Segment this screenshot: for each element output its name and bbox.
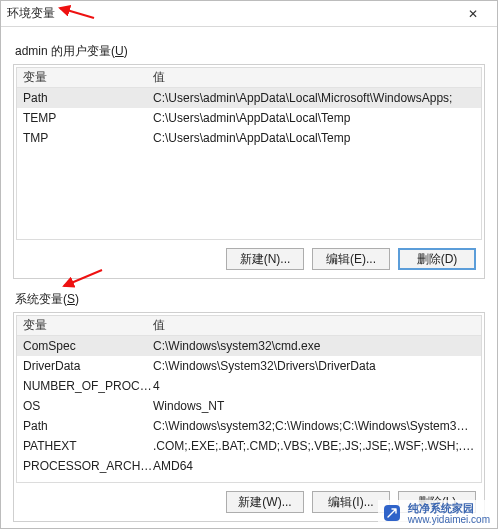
col-value-header: 值: [153, 317, 475, 334]
watermark: 纯净系统家园 www.yidaimei.com: [378, 500, 494, 527]
table-row[interactable]: TMP C:\Users\admin\AppData\Local\Temp: [17, 128, 481, 148]
table-header: 变量 值: [17, 316, 481, 336]
col-name-header: 变量: [23, 317, 153, 334]
system-vars-label: 系统变量(S): [15, 291, 485, 308]
close-button[interactable]: ✕: [455, 4, 491, 24]
col-value-header: 值: [153, 69, 475, 86]
watermark-logo-icon: [382, 503, 402, 523]
system-vars-group: 变量 值 ComSpec C:\Windows\system32\cmd.exe…: [13, 312, 485, 522]
table-row[interactable]: PROCESSOR_ARCHITECT... AMD64: [17, 456, 481, 476]
table-header: 变量 值: [17, 68, 481, 88]
watermark-url: www.yidaimei.com: [408, 514, 490, 525]
user-vars-table[interactable]: 变量 值 Path C:\Users\admin\AppData\Local\M…: [16, 67, 482, 240]
col-name-header: 变量: [23, 69, 153, 86]
new-user-var-button[interactable]: 新建(N)...: [226, 248, 304, 270]
system-vars-table[interactable]: 变量 值 ComSpec C:\Windows\system32\cmd.exe…: [16, 315, 482, 483]
table-row[interactable]: TEMP C:\Users\admin\AppData\Local\Temp: [17, 108, 481, 128]
table-row[interactable]: ComSpec C:\Windows\system32\cmd.exe: [17, 336, 481, 356]
new-sys-var-button[interactable]: 新建(W)...: [226, 491, 304, 513]
user-vars-label: admin 的用户变量(U): [15, 43, 485, 60]
delete-user-var-button[interactable]: 删除(D): [398, 248, 476, 270]
table-row[interactable]: NUMBER_OF_PROCESSORS 4: [17, 376, 481, 396]
table-row[interactable]: OS Windows_NT: [17, 396, 481, 416]
table-row[interactable]: DriverData C:\Windows\System32\Drivers\D…: [17, 356, 481, 376]
user-vars-buttons: 新建(N)... 编辑(E)... 删除(D): [16, 240, 482, 276]
watermark-site: 纯净系统家园: [408, 502, 490, 514]
edit-user-var-button[interactable]: 编辑(E)...: [312, 248, 390, 270]
user-vars-group: 变量 值 Path C:\Users\admin\AppData\Local\M…: [13, 64, 485, 279]
dialog-content: admin 的用户变量(U) 变量 值 Path C:\Users\admin\…: [1, 27, 497, 528]
env-vars-dialog: 环境变量 ✕ admin 的用户变量(U) 变量 值 Path C:\Users…: [0, 0, 498, 529]
close-icon: ✕: [468, 7, 478, 21]
table-row[interactable]: Path C:\Users\admin\AppData\Local\Micros…: [17, 88, 481, 108]
table-row[interactable]: Path C:\Windows\system32;C:\Windows;C:\W…: [17, 416, 481, 436]
window-title: 环境变量: [7, 5, 455, 22]
title-bar: 环境变量 ✕: [1, 1, 497, 27]
table-row[interactable]: PATHEXT .COM;.EXE;.BAT;.CMD;.VBS;.VBE;.J…: [17, 436, 481, 456]
